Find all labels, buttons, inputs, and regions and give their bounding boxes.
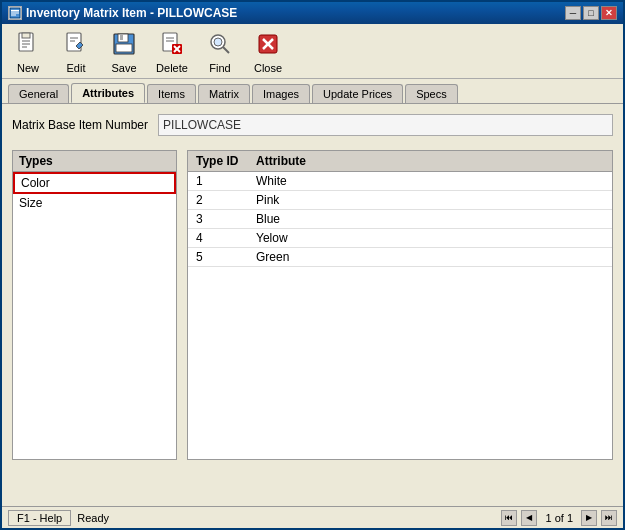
edit-label: Edit [67,62,86,74]
cell-attribute: Pink [248,191,612,210]
cell-attribute: Green [248,248,612,267]
svg-rect-14 [120,34,123,40]
close-label: Close [254,62,282,74]
new-label: New [17,62,39,74]
svg-rect-1 [11,10,19,12]
list-item[interactable]: Size [13,194,176,212]
panels: Types Color Size Type ID Attribute [12,150,613,460]
tab-bar: General Attributes Items Matrix Images U… [2,79,623,103]
save-label: Save [111,62,136,74]
tab-general[interactable]: General [8,84,69,103]
table-row[interactable]: 5Green [188,248,612,267]
title-bar: Inventory Matrix Item - PILLOWCASE ─ □ ✕ [2,2,623,24]
find-icon [204,28,236,60]
prev-page-button[interactable]: ◀ [521,510,537,526]
list-item[interactable]: Color [13,172,176,194]
close-window-button[interactable]: ✕ [601,6,617,20]
cell-attribute: Yelow [248,229,612,248]
maximize-button[interactable]: □ [583,6,599,20]
svg-point-24 [214,38,222,46]
svg-rect-5 [22,33,30,38]
types-panel: Types Color Size [12,150,177,460]
save-icon [108,28,140,60]
tab-images[interactable]: Images [252,84,310,103]
attributes-table: Type ID Attribute 1White2Pink3Blue4Yelow… [188,151,612,267]
edit-icon [60,28,92,60]
col-header-attribute: Attribute [248,151,612,172]
next-page-button[interactable]: ▶ [581,510,597,526]
title-bar-left: Inventory Matrix Item - PILLOWCASE [8,6,237,20]
toolbar: New Edit Save [2,24,623,79]
of-label: of [555,512,567,524]
save-button[interactable]: Save [104,28,144,74]
close-button[interactable]: Close [248,28,288,74]
edit-button[interactable]: Edit [56,28,96,74]
types-list: Color Size [13,172,176,459]
help-button[interactable]: F1 - Help [8,510,71,526]
svg-rect-2 [11,13,19,14]
delete-icon [156,28,188,60]
tab-attributes[interactable]: Attributes [71,83,145,103]
delete-button[interactable]: Delete [152,28,192,74]
delete-label: Delete [156,62,188,74]
find-button[interactable]: Find [200,28,240,74]
base-item-input[interactable] [158,114,613,136]
types-panel-header: Types [13,151,176,172]
cell-type-id: 4 [188,229,248,248]
table-row[interactable]: 2Pink [188,191,612,210]
total-pages: 1 [567,512,573,524]
cell-type-id: 2 [188,191,248,210]
table-row[interactable]: 4Yelow [188,229,612,248]
main-window: Inventory Matrix Item - PILLOWCASE ─ □ ✕… [0,0,625,530]
status-text: Ready [77,512,501,524]
table-row[interactable]: 3Blue [188,210,612,229]
page-info: 1 of 1 [545,512,573,524]
tab-specs[interactable]: Specs [405,84,458,103]
cell-attribute: Blue [248,210,612,229]
first-page-button[interactable]: ⏮ [501,510,517,526]
title-bar-buttons: ─ □ ✕ [565,6,617,20]
svg-rect-3 [11,15,16,16]
base-item-row: Matrix Base Item Number [12,114,613,136]
attributes-panel: Type ID Attribute 1White2Pink3Blue4Yelow… [187,150,613,460]
cell-type-id: 1 [188,172,248,191]
new-button[interactable]: New [8,28,48,74]
window-title: Inventory Matrix Item - PILLOWCASE [26,6,237,20]
tab-update-prices[interactable]: Update Prices [312,84,403,103]
close-icon [252,28,284,60]
find-label: Find [209,62,230,74]
minimize-button[interactable]: ─ [565,6,581,20]
new-icon [12,28,44,60]
last-page-button[interactable]: ⏭ [601,510,617,526]
svg-rect-15 [116,44,132,52]
cell-type-id: 3 [188,210,248,229]
base-item-label: Matrix Base Item Number [12,118,148,132]
current-page: 1 [545,512,551,524]
cell-attribute: White [248,172,612,191]
cell-type-id: 5 [188,248,248,267]
table-row[interactable]: 1White [188,172,612,191]
status-bar: F1 - Help Ready ⏮ ◀ 1 of 1 ▶ ⏭ [2,506,623,528]
tab-matrix[interactable]: Matrix [198,84,250,103]
navigation-controls: ⏮ ◀ 1 of 1 ▶ ⏭ [501,510,617,526]
col-header-type-id: Type ID [188,151,248,172]
window-icon [8,6,22,20]
tab-items[interactable]: Items [147,84,196,103]
main-content: Matrix Base Item Number Types Color Size… [2,103,623,506]
svg-line-23 [223,47,229,53]
